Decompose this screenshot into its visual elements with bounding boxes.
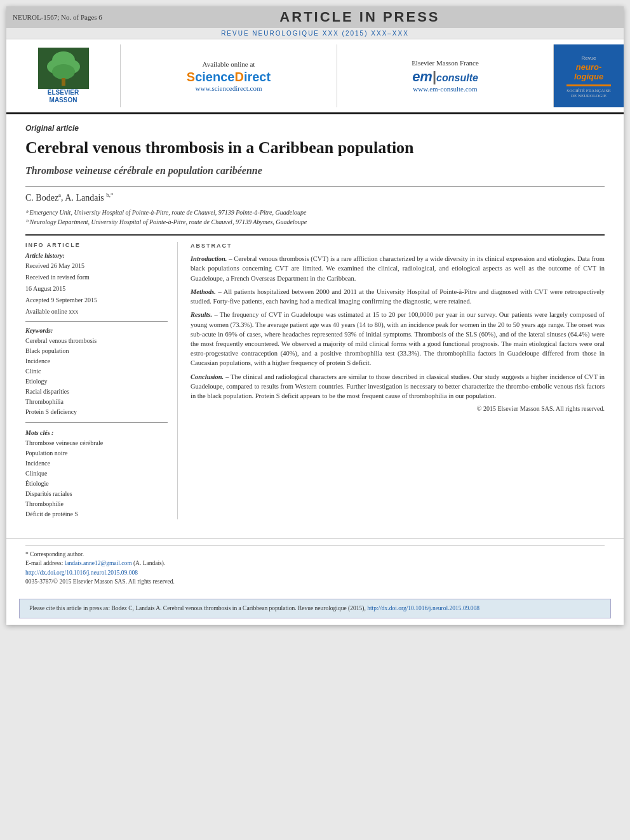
doi-link[interactable]: http://dx.doi.org/10.1016/j.neurol.2015.… xyxy=(25,570,138,576)
email-note: E-mail address: landais.anne12@gmail.com… xyxy=(25,559,605,568)
divider-kw xyxy=(25,321,168,322)
elsevier-name: ELSEVIERMASSON xyxy=(48,89,79,104)
article-subtitle: Thrombose veineuse cérébrale en populati… xyxy=(25,165,605,177)
conclusion-heading: Conclusion. xyxy=(191,373,224,380)
affiliation-a: ᵃ Emergency Unit, University Hospital of… xyxy=(25,208,605,217)
keyword-7: Thrombophilia xyxy=(25,397,168,407)
intro-text: – Cerebral venous thrombosis (CVT) is a … xyxy=(191,255,605,281)
citation-link[interactable]: http://dx.doi.org/10.1016/j.neurol.2015.… xyxy=(367,605,479,611)
footer-notes: * Corresponding author. E-mail address: … xyxy=(6,538,624,592)
elsevier-masson-label: Elsevier Masson France xyxy=(412,59,479,67)
email-attribution: (A. Landais). xyxy=(133,560,165,566)
conclusion-text: – The clinical and radiological characte… xyxy=(191,373,605,399)
footer-divider xyxy=(25,545,605,546)
revue-label: Revue xyxy=(581,53,596,62)
article-category: Original article xyxy=(25,124,605,133)
mots-cle-2: Population noire xyxy=(25,448,168,458)
em-consulte-section: Elsevier Masson France em|consulte www.e… xyxy=(337,44,554,107)
copyright: © 2015 Elsevier Masson SAS. All rights r… xyxy=(191,404,605,414)
logo-section: ELSEVIERMASSON Available online at Scien… xyxy=(6,39,624,114)
author-sup-a: a xyxy=(58,192,61,198)
mots-cle-4: Clinique xyxy=(25,469,168,479)
journal-name: REVUE NEUROLOGIQUE XXX (2015) XXX–XXX xyxy=(221,30,409,37)
top-bar: NEUROL-1567; No. of Pages 6 ARTICLE IN P… xyxy=(6,6,624,28)
divider-2 xyxy=(25,234,605,236)
article-title: Cerebral venous thrombosis in a Caribbea… xyxy=(25,138,605,159)
sciencedirect-name: ScienceDirect xyxy=(187,70,271,84)
abstract-results: Results. – The frequency of CVT in Guade… xyxy=(191,310,605,368)
revue-logo: Revue neuro-logique SOCIÉTÉ FRANÇAISEDE … xyxy=(554,44,624,107)
keyword-3: Incidence xyxy=(25,356,168,366)
accepted-date: Accepted 9 September 2015 xyxy=(25,295,168,305)
right-column: ABSTRACT Introduction. – Cerebral venous… xyxy=(191,242,605,519)
citation-bar: Please cite this article in press as: Bo… xyxy=(19,599,611,618)
methods-heading: Methods. xyxy=(191,288,216,295)
keyword-2: Black population xyxy=(25,346,168,356)
revised-date: 16 August 2015 xyxy=(25,284,168,293)
divider-1 xyxy=(25,186,605,187)
keywords-title: Keywords: xyxy=(25,327,168,334)
em-consulte-logo: em|consulte xyxy=(412,69,478,85)
email-link[interactable]: landais.anne12@gmail.com xyxy=(65,560,132,566)
two-column-layout: INFO ARTICLE Article history: Received 2… xyxy=(25,242,605,519)
methods-text: – All patients hospitalized between 2000… xyxy=(191,288,605,305)
abstract-methods: Methods. – All patients hospitalized bet… xyxy=(191,287,605,306)
journal-bar: REVUE NEUROLOGIQUE XXX (2015) XXX–XXX xyxy=(6,28,624,39)
received-revised-label: Received in revised form xyxy=(25,272,168,282)
keyword-1: Cerebral venous thrombosis xyxy=(25,336,168,346)
sciencedirect-url: www.sciencedirect.com xyxy=(196,84,262,92)
authors: C. Bodeza, A. Landais b,* xyxy=(25,192,605,203)
svg-point-4 xyxy=(52,64,75,79)
corresponding-label: * Corresponding author. xyxy=(25,551,84,557)
affiliations: ᵃ Emergency Unit, University Hospital of… xyxy=(25,208,605,227)
mots-cle-5: Étiologie xyxy=(25,479,168,489)
corresponding-note: * Corresponding author. xyxy=(25,550,605,559)
keyword-8: Protein S deficiency xyxy=(25,407,168,417)
author-sup-b: b,* xyxy=(106,192,113,198)
mots-cle-3: Incidence xyxy=(25,458,168,469)
available-online: Available online xxx xyxy=(25,307,168,316)
article-id: NEUROL-1567; No. of Pages 6 xyxy=(13,13,102,21)
mots-cle-6: Disparités raciales xyxy=(25,489,168,499)
keyword-4: Clinic xyxy=(25,366,168,377)
keyword-5: Etiology xyxy=(25,377,168,387)
keyword-6: Racial disparities xyxy=(25,387,168,397)
doi-note: http://dx.doi.org/10.1016/j.neurol.2015.… xyxy=(25,568,605,577)
article-history-title: Article history: xyxy=(25,252,168,259)
divider-mc xyxy=(25,422,168,423)
em-consulte-url: www.em-consulte.com xyxy=(413,85,477,93)
revue-title: neuro-logique xyxy=(574,62,603,82)
affiliation-b: ᵇ Neurology Department, University Hospi… xyxy=(25,217,605,227)
mots-cle-1: Thrombose veineuse cérébrale xyxy=(25,438,168,448)
elsevier-logo: ELSEVIERMASSON xyxy=(6,44,121,107)
abstract-conclusion: Conclusion. – The clinical and radiologi… xyxy=(191,372,605,401)
intro-heading: Introduction. xyxy=(191,255,227,262)
received-date: Received 26 May 2015 xyxy=(25,261,168,270)
svg-rect-5 xyxy=(62,78,65,86)
mots-cle-8: Déficit de protéine S xyxy=(25,509,168,519)
abstract-intro: Introduction. – Cerebral venous thrombos… xyxy=(191,254,605,283)
abstract-title: ABSTRACT xyxy=(191,242,605,250)
elsevier-tree-icon xyxy=(38,48,89,89)
rights-note: 0035-3787/© 2015 Elsevier Masson SAS. Al… xyxy=(25,577,605,586)
citation-text: Please cite this article in press as: Bo… xyxy=(29,605,366,611)
email-label: E-mail address: xyxy=(25,560,63,566)
info-article-title: INFO ARTICLE xyxy=(25,242,168,248)
sciencedirect-section: Available online at ScienceDirect www.sc… xyxy=(121,44,337,107)
results-text: – The frequency of CVT in Guadeloupe was… xyxy=(191,311,605,366)
article-in-press: ARTICLE IN PRESS xyxy=(102,9,617,25)
available-text: Available online at xyxy=(203,60,255,68)
mots-cle-7: Thrombophilie xyxy=(25,499,168,509)
results-heading: Results. xyxy=(191,311,212,318)
mots-cles-title: Mots clés : xyxy=(25,429,168,436)
left-column: INFO ARTICLE Article history: Received 2… xyxy=(25,242,178,519)
main-content: Original article Cerebral venous thrombo… xyxy=(6,114,624,532)
